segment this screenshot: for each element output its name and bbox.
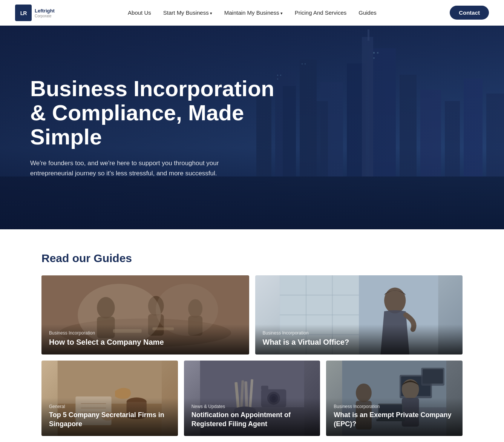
nav-link-start[interactable]: Start My Business	[163, 9, 212, 16]
navbar: LR Leftright Corporate About Us Start My…	[0, 0, 504, 26]
nav-item-pricing[interactable]: Pricing And Services	[295, 9, 347, 16]
guides-title: Read our Guides	[41, 252, 463, 265]
card-category-3: General	[49, 404, 170, 409]
card-virtual-office[interactable]: Business Incorporation What is a Virtual…	[255, 275, 463, 355]
logo-name: Leftright	[35, 8, 55, 14]
bottom-cards-grid: General Top 5 Company Secretarial Firms …	[41, 361, 463, 436]
nav-item-start[interactable]: Start My Business	[163, 9, 212, 16]
card-secretarial-firms[interactable]: General Top 5 Company Secretarial Firms …	[41, 361, 178, 436]
logo-sub: Corporate	[35, 14, 55, 18]
nav-item-guides[interactable]: Guides	[358, 9, 377, 16]
nav-item-about[interactable]: About Us	[128, 9, 151, 16]
nav-link-about[interactable]: About Us	[128, 9, 151, 16]
svg-point-34	[188, 299, 202, 318]
logo-icon: LR	[15, 5, 32, 21]
contact-button[interactable]: Contact	[450, 6, 489, 20]
card-epc[interactable]: Business Incorporation What is an Exempt…	[326, 361, 463, 436]
card-category-1: Business Incorporation	[49, 330, 242, 336]
card-title-3: Top 5 Company Secretarial Firms in Singa…	[49, 411, 170, 428]
card-overlay-5: Business Incorporation What is an Exempt…	[326, 398, 463, 436]
hero-section: Business Incorporation & Compliance, Mad…	[0, 26, 504, 229]
guides-section: Read our Guides	[0, 229, 504, 442]
hero-subtext: We're founders too, and we're here to su…	[30, 158, 241, 178]
card-overlay-1: Business Incorporation How to Select a C…	[41, 324, 249, 355]
svg-text:LR: LR	[20, 10, 27, 16]
card-company-name[interactable]: Business Incorporation How to Select a C…	[41, 275, 249, 355]
nav-links: About Us Start My Business Maintain My B…	[128, 9, 377, 16]
svg-point-30	[97, 297, 115, 319]
nav-link-guides[interactable]: Guides	[358, 9, 377, 16]
card-title-1: How to Select a Company Name	[49, 337, 242, 347]
card-title-2: What is a Virtual Office?	[263, 337, 455, 347]
card-overlay-4: News & Updates Notification on Appointme…	[184, 398, 320, 436]
hero-heading: Business Incorporation & Compliance, Mad…	[30, 77, 286, 149]
card-overlay-2: Business Incorporation What is a Virtual…	[255, 324, 463, 355]
top-cards-grid: Business Incorporation How to Select a C…	[41, 275, 463, 355]
svg-point-32	[148, 296, 164, 316]
card-filing-agent[interactable]: News & Updates Notification on Appointme…	[184, 361, 320, 436]
card-title-4: Notification on Appointment of Registere…	[191, 411, 313, 428]
nav-item-maintain[interactable]: Maintain My Business	[224, 9, 283, 16]
card-overlay-3: General Top 5 Company Secretarial Firms …	[41, 398, 178, 436]
card-category-4: News & Updates	[191, 404, 313, 409]
card-title-5: What is an Exempt Private Company (EPC)?	[334, 411, 455, 428]
logo-text-group: Leftright Corporate	[35, 7, 55, 18]
card-category-2: Business Incorporation	[263, 330, 455, 336]
nav-link-pricing[interactable]: Pricing And Services	[295, 9, 347, 16]
hero-content: Business Incorporation & Compliance, Mad…	[30, 77, 286, 178]
nav-link-maintain[interactable]: Maintain My Business	[224, 9, 283, 16]
card-category-5: Business Incorporation	[334, 404, 455, 409]
logo[interactable]: LR Leftright Corporate	[15, 5, 55, 21]
